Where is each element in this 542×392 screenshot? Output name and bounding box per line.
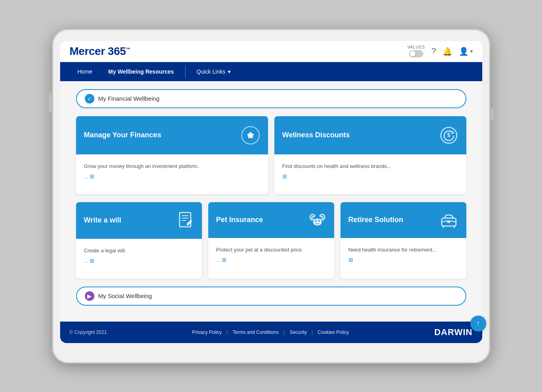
manage-finances-body: Grow your money through an investment pl…	[76, 154, 268, 194]
retiree-solution-body: Need health insurance for retirement... …	[340, 238, 466, 278]
financial-pill-label: My Financial Wellbeing	[98, 95, 160, 102]
svg-point-10	[318, 220, 320, 222]
brand-trademark: ™	[126, 46, 131, 52]
bell-icon[interactable]: 🔔	[442, 47, 452, 56]
brand-logo: Mercer 365™	[70, 45, 131, 58]
retiree-solution-desc: Need health insurance for retirement...	[348, 246, 458, 254]
app-header: Mercer 365™ VALUES ? 🔔 👤 ▾	[60, 41, 482, 62]
financial-cards-row1: Manage Your Finances Grow your money thr…	[76, 116, 466, 194]
nav-quick-links-label: Quick Links	[197, 68, 225, 75]
main-content: ✓ My Financial Wellbeing Manage Your Fin…	[60, 81, 482, 322]
pet-insurance-card[interactable]: Pet Insurance	[208, 202, 334, 279]
toggle-switch[interactable]	[409, 50, 423, 57]
footer-darwin-brand: DARWIN	[434, 327, 472, 337]
svg-point-9	[315, 220, 317, 222]
write-a-will-desc: Create a legal will.	[84, 247, 194, 255]
wellness-discounts-title: Wellness Discounts	[282, 131, 350, 140]
toggle-knob	[410, 51, 415, 57]
write-a-will-card[interactable]: Write a will Create a leg	[76, 202, 202, 279]
social-wellbeing-pill[interactable]: ▶ My Social Wellbeing	[76, 287, 466, 306]
pet-insurance-header: Pet Insurance	[208, 202, 334, 238]
footer-terms[interactable]: Terms and Conditions	[228, 330, 284, 335]
write-a-will-ellipsis: ...	[84, 258, 88, 264]
retiree-solution-card[interactable]: Retiree Solution Need hea	[340, 202, 466, 279]
retiree-solution-link[interactable]: ⊞	[348, 257, 458, 263]
manage-finances-desc: Grow your money through an investment pl…	[84, 162, 260, 170]
pet-insurance-body: Protect your pet at a discounted price. …	[208, 238, 334, 278]
navigation-bar: Home My Wellbeing Resources Quick Links …	[60, 62, 482, 81]
header-actions: VALUES ? 🔔 👤 ▾	[407, 45, 473, 57]
nav-wellbeing-resources[interactable]: My Wellbeing Resources	[100, 62, 182, 81]
financial-pill-icon: ✓	[85, 94, 94, 103]
pet-insurance-link[interactable]: ... ⊞	[216, 257, 326, 263]
wellness-discounts-header: Wellness Discounts $	[274, 116, 466, 154]
write-a-will-body: Create a legal will. ... ⊞	[76, 239, 202, 279]
user-menu[interactable]: 👤 ▾	[459, 47, 473, 56]
footer-security[interactable]: Security	[285, 330, 311, 335]
values-label: VALUES	[407, 45, 425, 49]
wellness-discounts-link[interactable]: ⊞	[282, 173, 458, 179]
app-footer: © Copyright 2021 Privacy Policy | Terms …	[60, 322, 482, 343]
pet-insurance-title: Pet Insurance	[216, 215, 263, 224]
footer-links: Privacy Policy | Terms and Conditions | …	[187, 330, 354, 335]
retiree-solution-link-icon: ⊞	[348, 257, 353, 263]
values-toggle[interactable]: VALUES	[407, 45, 425, 57]
manage-finances-link-icon: ⊞	[90, 173, 94, 179]
financial-wellbeing-pill[interactable]: ✓ My Financial Wellbeing	[76, 89, 466, 108]
pet-insurance-link-icon: ⊞	[222, 257, 227, 263]
retiree-solution-title: Retiree Solution	[348, 215, 403, 224]
tablet-side-button-right	[491, 109, 493, 121]
write-a-will-link[interactable]: ... ⊞	[84, 257, 194, 264]
nav-quick-links[interactable]: Quick Links ▾	[189, 62, 239, 81]
write-a-will-title: Write a will	[84, 216, 121, 225]
nav-quick-links-chevron: ▾	[228, 68, 231, 75]
pet-insurance-desc: Protect your pet at a discounted price.	[216, 246, 326, 254]
tablet-screen: Mercer 365™ VALUES ? 🔔 👤 ▾ Home	[60, 41, 482, 343]
retiree-solution-icon	[439, 212, 458, 228]
manage-finances-header: Manage Your Finances	[76, 116, 268, 154]
user-dropdown-icon: ▾	[470, 49, 473, 54]
footer-privacy-policy[interactable]: Privacy Policy	[187, 330, 227, 335]
write-a-will-icon	[178, 212, 194, 229]
scroll-top-icon: ↑	[476, 319, 480, 328]
financial-cards-row2: Write a will Create a leg	[76, 202, 466, 279]
wellness-discounts-card[interactable]: Wellness Discounts $ Find discounts on h…	[274, 116, 466, 194]
wellness-discounts-icon: $	[439, 126, 458, 145]
user-avatar-icon: 👤	[459, 47, 469, 56]
tablet-side-button	[49, 93, 51, 113]
pet-insurance-ellipsis: ...	[216, 257, 221, 263]
retiree-solution-header: Retiree Solution	[340, 202, 466, 238]
wellness-discounts-desc: Find discounts on health and wellness br…	[282, 162, 458, 170]
wellness-discounts-link-icon: ⊞	[282, 173, 287, 179]
nav-home[interactable]: Home	[70, 62, 100, 81]
footer-cookies[interactable]: Cookies Policy	[313, 330, 354, 335]
brand-name: Mercer 365	[70, 45, 126, 57]
svg-rect-12	[447, 220, 450, 223]
help-icon[interactable]: ?	[431, 47, 436, 56]
tablet-frame: Mercer 365™ VALUES ? 🔔 👤 ▾ Home	[52, 29, 490, 363]
write-a-will-link-icon: ⊞	[90, 257, 94, 264]
manage-finances-link[interactable]: ... ⊞	[84, 173, 260, 179]
svg-rect-4	[180, 213, 191, 227]
pet-insurance-icon	[309, 212, 326, 228]
wellness-discounts-body: Find discounts on health and wellness br…	[274, 154, 466, 194]
svg-text:$: $	[447, 132, 450, 138]
scroll-to-top-button[interactable]: ↑	[470, 316, 486, 332]
social-pill-icon: ▶	[85, 291, 94, 301]
write-a-will-header: Write a will	[76, 202, 202, 239]
manage-finances-ellipsis: ...	[84, 174, 88, 179]
footer-copyright: © Copyright 2021	[70, 330, 107, 335]
svg-point-8	[313, 218, 322, 226]
manage-finances-title: Manage Your Finances	[84, 131, 161, 140]
manage-finances-card[interactable]: Manage Your Finances Grow your money thr…	[76, 116, 268, 194]
social-pill-label: My Social Wellbeing	[98, 293, 152, 299]
nav-divider	[185, 66, 186, 78]
manage-finances-icon	[241, 126, 260, 145]
